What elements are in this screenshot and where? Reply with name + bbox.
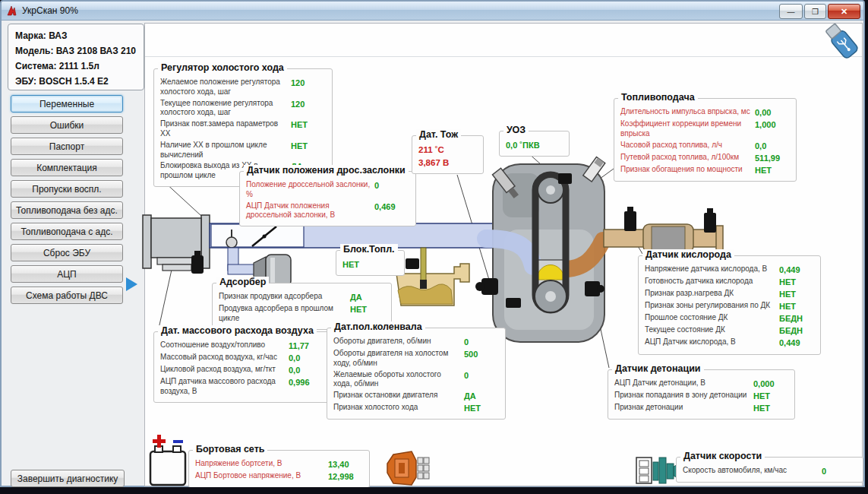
panel-row: Признак остановки двигателяДА bbox=[333, 391, 499, 401]
param-label: Прошлое состояние ДК bbox=[645, 313, 779, 324]
finish-diagnostics-button[interactable]: Завершить диагностику bbox=[11, 470, 125, 487]
param-value: НЕТ bbox=[350, 304, 385, 324]
active-screen-arrow-icon bbox=[126, 277, 137, 291]
sidebar-item-misfires[interactable]: Пропуски воспл. bbox=[11, 180, 123, 198]
panel-title: Дат. Тож bbox=[416, 129, 461, 140]
panel-row: НЕТ bbox=[342, 259, 398, 270]
close-button[interactable]: ✕ bbox=[828, 4, 860, 19]
param-value: НЕТ bbox=[779, 301, 814, 312]
param-label: Признак остановки двигателя bbox=[333, 391, 464, 401]
panel-ignition-advance: УОЗ0,0 ˚ПКВ bbox=[499, 131, 570, 157]
panel-throttle-position: Датчик положения дрос.заслонкиПоложение … bbox=[239, 171, 416, 226]
vehicle-info-panel: Марка: ВАЗ Модель: ВАЗ 2108 ВАЗ 210 Сист… bbox=[8, 24, 144, 90]
param-value: НЕТ bbox=[464, 403, 499, 413]
param-label: Обороты двигателя на холостом ходу, об/м… bbox=[333, 349, 464, 369]
vehicle-system: Система: 2111 1.5л bbox=[15, 59, 144, 74]
maximize-button[interactable]: ❐ bbox=[804, 4, 826, 19]
panel-oxygen: Датчик кислородаНапряжение датчика кисло… bbox=[638, 255, 821, 355]
panel-row: Текущее положение регулятора холостого х… bbox=[160, 99, 326, 119]
sidebar-item-variables[interactable]: Переменные bbox=[11, 95, 123, 112]
title-bar: УкрСкан 90% — ❐ ✕ bbox=[2, 2, 863, 21]
panel-row: Соотношение воздух/топливо11,77 bbox=[160, 340, 324, 351]
panel-row: Массовый расход воздуха, кг/час0,0 bbox=[160, 353, 324, 363]
param-value: НЕТ bbox=[753, 403, 788, 413]
param-label: Признак холостого хода bbox=[333, 403, 464, 413]
param-label: Текущее положение регулятора холостого х… bbox=[160, 99, 291, 119]
panel-row: Обороты двигателя, об/мин0 bbox=[333, 337, 499, 347]
param-label: Признак зоны регулирования по ДК bbox=[645, 301, 779, 312]
sidebar-item-fuel-without-ads[interactable]: Топливоподача без адс. bbox=[11, 201, 123, 219]
minimize-button[interactable]: — bbox=[779, 4, 803, 19]
param-label: АЦП датчика массового расхода воздуха, В bbox=[160, 377, 289, 397]
param-label: Цикловой расход воздуха, мг/ткт bbox=[160, 365, 289, 375]
param-value: 0,0 bbox=[289, 353, 324, 363]
param-value: 211 ˚C bbox=[418, 144, 444, 156]
panel-row: Признак холостого ходаНЕТ bbox=[333, 403, 499, 413]
param-label: Скорость автомобиля, км/час bbox=[683, 466, 822, 477]
sidebar-item-engine-scheme[interactable]: Схема работы ДВС bbox=[11, 287, 123, 304]
app-logo-icon bbox=[6, 5, 18, 17]
param-label: Признак детонации bbox=[614, 403, 753, 413]
param-label: Признак попадания в зону детонации bbox=[614, 391, 753, 401]
panel-row: Признак разр.нагрева ДКНЕТ bbox=[645, 289, 814, 299]
panel-row: Признак продувки адсорбераДА bbox=[219, 292, 385, 302]
panel-row: Напряжение датчика кислорода, В0,449 bbox=[645, 264, 814, 275]
param-label: Признак повт.замера параметров ХХ bbox=[160, 119, 291, 139]
param-value: 120 bbox=[291, 99, 326, 119]
panel-row: Продувка адсорбера в прошлом циклеНЕТ bbox=[219, 304, 385, 324]
param-label: Продувка адсорбера в прошлом цикле bbox=[219, 304, 350, 324]
param-label: Положение дроссельной заслонки, % bbox=[246, 180, 374, 200]
param-value: НЕТ bbox=[779, 289, 814, 299]
panel-crankshaft: Дат.пол.коленвалаОбороты двигателя, об/м… bbox=[327, 328, 506, 420]
panel-title: Дат.пол.коленвала bbox=[331, 321, 425, 332]
panel-row: Желаемые обороты холостого хода, об/мин0 bbox=[333, 370, 499, 390]
sidebar-item-adc[interactable]: АЦП bbox=[11, 265, 123, 283]
param-value: НЕТ bbox=[779, 277, 814, 287]
sidebar-item-ecu-reset[interactable]: Сброс ЭБУ bbox=[11, 244, 123, 261]
param-value: 0 bbox=[374, 180, 409, 200]
panel-row: Напряжение бортсети, В13,40 bbox=[195, 459, 363, 470]
canvas-divider bbox=[145, 56, 862, 57]
sidebar-item-errors[interactable]: Ошибки bbox=[11, 116, 123, 134]
panel-row: АЦП Бортовое напряжение, В12,998 bbox=[195, 471, 363, 482]
panel-speed: Датчик скоростиСкорость автомобиля, км/ч… bbox=[676, 457, 863, 483]
panel-fuel-block: Блок.Топл.НЕТ bbox=[336, 250, 405, 276]
vehicle-ecu: ЭБУ: BOSCH 1.5.4 E2 bbox=[15, 74, 144, 89]
param-value: 0,469 bbox=[374, 201, 409, 221]
param-value: 12,998 bbox=[328, 471, 363, 482]
sidebar-item-passport[interactable]: Паспорт bbox=[11, 138, 123, 155]
app-window: УкрСкан 90% — ❐ ✕ Марка: ВАЗ Модель: ВАЗ… bbox=[0, 0, 865, 487]
panel-row: Желаемое положение регулятора холостого … bbox=[160, 78, 326, 97]
param-value: 120 bbox=[291, 78, 326, 97]
param-value: НЕТ bbox=[291, 141, 326, 160]
panel-row: Прошлое состояние ДКБЕДН bbox=[645, 313, 814, 324]
param-value: 0,0 bbox=[755, 141, 790, 151]
panel-row: АЦП Датчик кислорода, В0,449 bbox=[645, 337, 814, 348]
panel-board-net: Бортовая сетьНапряжение бортсети, В13,40… bbox=[188, 450, 370, 488]
panel-row: Часовой расход топлива, л/ч0,0 bbox=[620, 141, 790, 151]
panel-row: АЦП Датчик детонации, В0,000 bbox=[614, 378, 788, 389]
panel-row: Наличие ХХ в прошлом цикле вычисленийНЕТ bbox=[160, 141, 326, 160]
param-label: Напряжение датчика кислорода, В bbox=[645, 264, 779, 275]
sidebar-item-equipment[interactable]: Комплектация bbox=[11, 159, 123, 176]
param-value: 0,0 bbox=[289, 365, 324, 375]
sidebar-item-fuel-with-ads[interactable]: Топливоподача с адс. bbox=[11, 223, 123, 240]
param-label: Обороты двигателя, об/мин bbox=[333, 337, 464, 347]
param-value: 0,00 bbox=[755, 107, 790, 118]
panel-row: Признак детонацииНЕТ bbox=[614, 403, 788, 413]
param-label: Признак разр.нагрева ДК bbox=[645, 289, 779, 299]
param-label: Желаемое положение регулятора холостого … bbox=[160, 78, 291, 97]
param-label: АЦП Датчик детонации, В bbox=[614, 378, 753, 389]
panel-row: 3,867 В bbox=[418, 157, 477, 169]
panel-title: Адсорбер bbox=[216, 277, 269, 287]
param-value: 0,000 bbox=[753, 378, 788, 389]
param-value: 0,449 bbox=[779, 337, 814, 348]
param-value: 0,0 ˚ПКВ bbox=[506, 140, 540, 150]
panel-row: Обороты двигателя на холостом ходу, об/м… bbox=[333, 349, 499, 369]
param-label: Наличие ХХ в прошлом цикле вычислений bbox=[160, 141, 291, 160]
panel-row: Признак повт.замера параметров ХХНЕТ bbox=[160, 119, 326, 139]
param-label: Признак продувки адсорбера bbox=[219, 292, 350, 302]
param-value: 0 bbox=[464, 370, 499, 390]
panel-row: Цикловой расход воздуха, мг/ткт0,0 bbox=[160, 365, 324, 375]
param-value: 511,99 bbox=[755, 153, 790, 163]
